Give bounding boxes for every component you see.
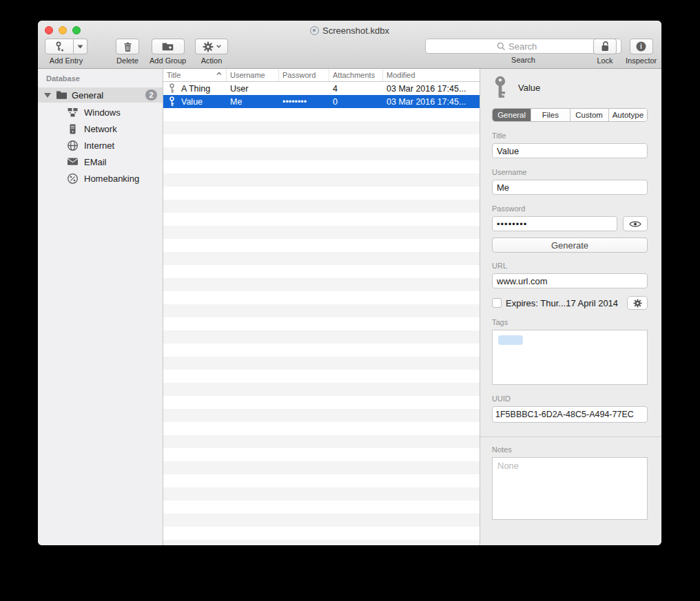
uuid-field[interactable]	[492, 406, 648, 423]
entry-attachments: 4	[329, 84, 383, 94]
inspector-button[interactable]: i	[630, 39, 653, 54]
info-circle-icon: i	[636, 41, 646, 52]
username-field[interactable]	[492, 180, 648, 195]
tag-token[interactable]	[498, 335, 523, 345]
inspector-entry-title: Value	[518, 83, 540, 93]
tab-autotype[interactable]: Autotype	[609, 109, 647, 121]
add-group-button[interactable]	[152, 39, 185, 54]
search-label: Search	[511, 56, 535, 64]
entry-modified: 03 Mar 2016 17:45...	[383, 97, 480, 107]
title-field[interactable]	[492, 143, 648, 158]
windows-workgroup-icon	[67, 107, 79, 118]
inspector-panel: Value General Files Custom Autotype Titl…	[480, 69, 661, 545]
entry-username: Me	[227, 97, 279, 107]
column-header-password[interactable]: Password	[279, 69, 329, 81]
tags-field[interactable]	[492, 330, 648, 385]
sidebar-item-label: General	[72, 90, 103, 101]
folder-plus-icon	[162, 41, 174, 52]
entry-list: Title Username Password Attachments Modi…	[163, 69, 480, 545]
action-toolbar-item: Action	[195, 39, 228, 65]
key-icon	[168, 83, 176, 94]
window-title-area: Screenshot.kdbx	[38, 25, 661, 36]
chevron-down-icon	[77, 45, 83, 49]
sidebar-item-label: Internet	[84, 140, 114, 151]
tab-custom[interactable]: Custom	[570, 109, 609, 121]
action-label: Action	[201, 56, 223, 65]
disclosure-triangle-icon[interactable]	[44, 93, 51, 98]
notes-field[interactable]	[492, 457, 648, 520]
eye-icon	[629, 220, 641, 228]
entry-modified: 03 Mar 2016 17:45...	[383, 84, 480, 94]
search-field[interactable]	[425, 39, 621, 54]
envelope-icon	[67, 156, 79, 168]
entry-title: A Thing	[181, 84, 210, 94]
sidebar-item-windows[interactable]: Windows	[38, 104, 163, 120]
expires-options-button[interactable]	[627, 296, 648, 310]
percent-icon	[67, 173, 79, 184]
delete-label: Delete	[116, 56, 138, 65]
column-header-title[interactable]: Title	[163, 69, 227, 81]
action-button[interactable]	[195, 39, 228, 54]
chevron-down-icon	[216, 45, 221, 48]
notes-section: Notes	[480, 436, 661, 523]
column-header-attachments[interactable]: Attachments	[329, 69, 383, 81]
sidebar-item-general[interactable]: General 2	[38, 87, 163, 103]
empty-rows-area	[163, 108, 480, 545]
add-entry-dropdown-button[interactable]	[74, 39, 88, 54]
gear-icon	[203, 41, 214, 52]
window-title: Screenshot.kdbx	[322, 25, 389, 36]
expires-label: Expires: Thur...17 April 2014	[506, 298, 618, 308]
expires-row: Expires: Thur...17 April 2014	[492, 295, 648, 310]
expires-checkbox[interactable]	[492, 298, 502, 308]
tab-files[interactable]: Files	[531, 109, 570, 121]
key-icon	[168, 96, 176, 107]
inspector-toolbar-item: i Inspector	[626, 39, 657, 65]
globe-icon	[67, 140, 79, 151]
svg-text:i: i	[640, 43, 642, 50]
sidebar-item-internet[interactable]: Internet	[38, 137, 163, 154]
password-field-label: Password	[492, 204, 648, 213]
sidebar-item-label: Homebanking	[84, 173, 139, 184]
search-input[interactable]	[508, 41, 550, 52]
password-field[interactable]	[492, 216, 617, 231]
app-window: Screenshot.kdbx	[38, 21, 661, 545]
sidebar-item-network[interactable]: Network	[38, 120, 163, 137]
tab-general[interactable]: General	[493, 109, 531, 121]
toolbar: Add Entry Delete	[38, 39, 661, 69]
window-chrome: Screenshot.kdbx	[38, 21, 661, 69]
search-toolbar-item: Search	[425, 39, 621, 64]
inspector-header: Value	[492, 74, 648, 101]
key-icon	[492, 76, 508, 99]
url-field-label: URL	[492, 262, 648, 270]
table-row[interactable]: A Thing User 4 03 Mar 2016 17:45...	[163, 82, 480, 95]
username-field-label: Username	[492, 168, 648, 176]
gear-icon	[633, 299, 642, 308]
generate-password-button[interactable]: Generate	[492, 238, 648, 253]
lock-button[interactable]	[593, 39, 617, 54]
entry-username: User	[227, 84, 279, 94]
table-row-selected[interactable]: Value Me •••••••• 0 03 Mar 2016 17:45...	[163, 95, 480, 108]
sidebar-item-email[interactable]: EMail	[38, 154, 163, 170]
add-entry-button[interactable]	[45, 39, 74, 54]
main-content: Database General 2	[38, 69, 661, 545]
sidebar-item-label: Windows	[84, 107, 121, 118]
delete-button[interactable]	[116, 39, 139, 54]
add-entry-toolbar-item: Add Entry	[45, 39, 88, 65]
entry-count-badge: 2	[145, 89, 157, 101]
delete-toolbar-item: Delete	[116, 39, 139, 65]
column-header-username[interactable]: Username	[227, 69, 279, 81]
notes-field-label: Notes	[492, 445, 648, 454]
url-field[interactable]	[492, 273, 648, 288]
add-group-label: Add Group	[150, 56, 186, 65]
entry-title: Value	[181, 97, 203, 107]
add-group-toolbar-item: Add Group	[150, 39, 186, 65]
reveal-password-button[interactable]	[623, 216, 648, 231]
magnifier-icon	[497, 42, 506, 51]
title-field-label: Title	[492, 131, 648, 140]
document-icon	[310, 26, 319, 35]
lock-toolbar-item: Lock	[593, 39, 617, 65]
sidebar-item-homebanking[interactable]: Homebanking	[38, 170, 163, 187]
column-header-modified[interactable]: Modified	[383, 69, 480, 81]
sidebar-item-label: EMail	[84, 157, 107, 167]
uuid-field-label: UUID	[492, 394, 648, 403]
